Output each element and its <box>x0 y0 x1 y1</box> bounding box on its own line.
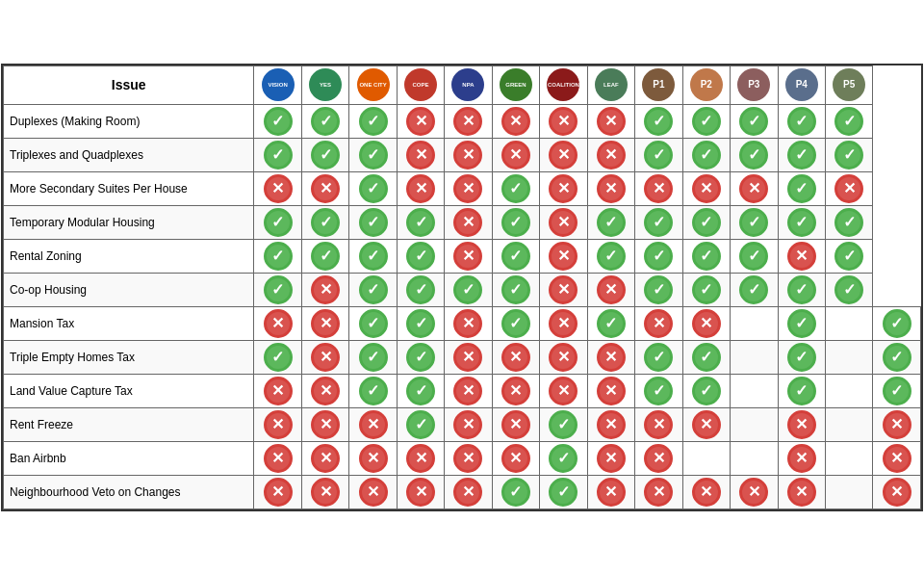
cross-icon: ✕ <box>644 174 673 203</box>
value-cell: ✕ <box>445 138 492 171</box>
check-icon: ✓ <box>834 242 863 271</box>
value-cell: ✕ <box>254 441 301 475</box>
check-icon: ✓ <box>311 242 340 271</box>
check-icon: ✓ <box>692 208 721 237</box>
value-cell: ✕ <box>445 340 492 374</box>
value-cell: ✓ <box>349 171 397 205</box>
check-icon: ✓ <box>359 174 388 203</box>
cross-icon: ✕ <box>787 478 816 507</box>
cross-icon: ✕ <box>453 377 482 405</box>
cross-icon: ✕ <box>501 141 530 170</box>
value-cell: ✓ <box>492 239 539 273</box>
check-icon: ✓ <box>453 275 482 304</box>
check-icon: ✓ <box>406 242 435 271</box>
value-cell: ✕ <box>778 239 825 273</box>
column-header-onecity: ONE CITY <box>349 65 397 104</box>
issue-label-cell: Triple Empty Homes Tax <box>4 340 254 374</box>
value-cell: ✓ <box>778 138 825 171</box>
cross-icon: ✕ <box>453 410 482 439</box>
value-cell: ✓ <box>826 104 873 138</box>
value-cell: ✓ <box>731 239 778 273</box>
check-icon: ✓ <box>549 478 578 507</box>
check-icon: ✓ <box>264 343 293 372</box>
check-icon: ✓ <box>883 377 911 405</box>
check-icon: ✓ <box>692 343 721 372</box>
check-icon: ✓ <box>549 410 578 439</box>
value-cell: ✕ <box>778 475 825 509</box>
column-header-green: GREEN <box>492 65 539 104</box>
issue-label-cell: Ban Airbnb <box>4 441 254 475</box>
check-icon: ✓ <box>644 208 673 237</box>
value-cell: ✕ <box>397 475 444 509</box>
cross-icon: ✕ <box>692 174 721 203</box>
cross-icon: ✕ <box>453 309 482 338</box>
cross-icon: ✕ <box>453 343 482 372</box>
check-icon: ✓ <box>311 107 340 136</box>
check-icon: ✓ <box>739 242 768 271</box>
value-cell <box>731 407 778 441</box>
cross-icon: ✕ <box>692 478 721 507</box>
value-cell: ✓ <box>778 205 825 239</box>
cross-icon: ✕ <box>406 107 435 136</box>
check-icon: ✓ <box>359 343 388 372</box>
column-header-vision: VISION <box>254 65 301 104</box>
value-cell: ✕ <box>397 138 444 171</box>
value-cell: ✓ <box>397 340 444 374</box>
cross-icon: ✕ <box>264 309 293 338</box>
check-icon: ✓ <box>406 309 435 338</box>
value-cell: ✓ <box>492 273 539 306</box>
cross-icon: ✕ <box>597 343 626 372</box>
check-icon: ✓ <box>787 309 816 338</box>
value-cell: ✕ <box>731 171 778 205</box>
check-icon: ✓ <box>406 410 435 439</box>
value-cell: ✕ <box>254 475 301 509</box>
cross-icon: ✕ <box>311 410 340 439</box>
issue-label-cell: Land Value Capture Tax <box>4 374 254 407</box>
value-cell: ✓ <box>731 104 778 138</box>
cross-icon: ✕ <box>453 174 482 203</box>
check-icon: ✓ <box>787 141 816 170</box>
value-cell: ✕ <box>587 104 634 138</box>
value-cell: ✕ <box>540 239 587 273</box>
check-icon: ✓ <box>264 275 293 304</box>
value-cell <box>731 374 778 407</box>
value-cell: ✓ <box>635 374 682 407</box>
value-cell: ✕ <box>301 441 348 475</box>
person-avatar-p3: P3 <box>737 68 770 101</box>
value-cell: ✓ <box>635 239 682 273</box>
value-cell: ✕ <box>445 104 492 138</box>
column-header-yes: YES <box>301 65 348 104</box>
person-avatar-p5: P5 <box>833 68 865 101</box>
cross-icon: ✕ <box>406 478 435 507</box>
value-cell: ✕ <box>587 475 634 509</box>
check-icon: ✓ <box>597 208 626 237</box>
value-cell: ✓ <box>397 239 444 273</box>
check-icon: ✓ <box>692 141 721 170</box>
column-header-cope: COPE <box>397 65 444 104</box>
cross-icon: ✕ <box>406 174 435 203</box>
cross-icon: ✕ <box>406 444 435 473</box>
cross-icon: ✕ <box>883 478 911 507</box>
check-icon: ✓ <box>501 309 530 338</box>
value-cell: ✓ <box>778 104 825 138</box>
cross-icon: ✕ <box>359 478 388 507</box>
cross-icon: ✕ <box>883 410 911 439</box>
cross-icon: ✕ <box>644 444 673 473</box>
value-cell: ✓ <box>873 340 921 374</box>
value-cell <box>826 374 873 407</box>
check-icon: ✓ <box>739 141 768 170</box>
check-icon: ✓ <box>739 107 768 136</box>
main-table-wrapper: Issue VISIONYESONE CITYCOPENPAGREENCOALI… <box>1 64 923 511</box>
cross-icon: ✕ <box>787 410 816 439</box>
value-cell: ✕ <box>682 306 730 340</box>
cross-icon: ✕ <box>597 174 626 203</box>
cross-icon: ✕ <box>644 309 673 338</box>
cross-icon: ✕ <box>597 275 626 304</box>
value-cell: ✓ <box>492 306 539 340</box>
cross-icon: ✕ <box>311 275 340 304</box>
value-cell: ✕ <box>587 340 634 374</box>
check-icon: ✓ <box>501 208 530 237</box>
value-cell: ✕ <box>492 407 539 441</box>
cross-icon: ✕ <box>597 377 626 405</box>
issue-label-cell: Temporary Modular Housing <box>4 205 254 239</box>
